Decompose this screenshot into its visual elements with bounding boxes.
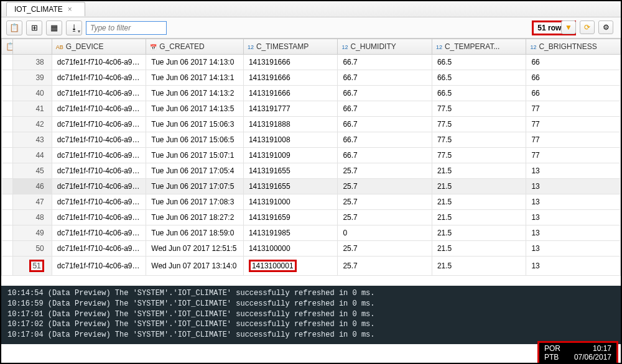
cell[interactable]: 21.5 (432, 257, 526, 276)
cell[interactable]: 66.5 (432, 70, 526, 86)
cell[interactable]: 21.5 (432, 194, 526, 210)
row-number[interactable]: 42 (13, 117, 52, 132)
row-number[interactable]: 49 (13, 225, 52, 241)
cell[interactable]: 66.7 (338, 101, 432, 117)
cell[interactable]: 1413191009 (243, 148, 338, 163)
table-row[interactable]: 51dc71fe1f-f710-4c06-a9f3-Wed Jun 07 201… (2, 257, 621, 276)
cell[interactable]: 66 (526, 55, 621, 70)
cell[interactable]: 13 (526, 225, 621, 241)
cell[interactable]: 13 (526, 163, 621, 179)
cell[interactable]: Tue Jun 06 2017 15:07:1 (146, 148, 244, 163)
cell[interactable]: 13 (526, 257, 621, 276)
cell[interactable] (2, 210, 13, 225)
row-number[interactable]: 47 (13, 194, 52, 210)
cell[interactable]: dc71fe1f-f710-4c06-a9f3- (52, 101, 146, 117)
col-c-temperature[interactable]: 12C_TEMPERAT... (432, 39, 526, 55)
cell[interactable]: 77.5 (432, 117, 526, 132)
table-row[interactable]: 38dc71fe1f-f710-4c06-a9f3-Tue Jun 06 201… (2, 55, 621, 70)
cell[interactable]: 13 (526, 241, 621, 257)
cell[interactable]: Tue Jun 06 2017 17:07:5 (146, 179, 244, 194)
cell[interactable]: Tue Jun 06 2017 14:13:0 (146, 55, 244, 70)
cell[interactable]: 1413191666 (243, 70, 338, 86)
table-row[interactable]: 50dc71fe1f-f710-4c06-a9f3-Wed Jun 07 201… (2, 241, 621, 257)
close-icon[interactable]: × (68, 5, 72, 14)
cell[interactable]: 77 (526, 148, 621, 163)
cell[interactable]: 25.7 (338, 194, 432, 210)
cell[interactable]: dc71fe1f-f710-4c06-a9f3- (52, 194, 146, 210)
cell[interactable]: 25.7 (338, 179, 432, 194)
cell[interactable]: Tue Jun 06 2017 15:06:3 (146, 117, 244, 132)
row-number[interactable]: 45 (13, 163, 52, 179)
cell[interactable]: 77.5 (432, 132, 526, 148)
table-row[interactable]: 40dc71fe1f-f710-4c06-a9f3-Tue Jun 06 201… (2, 86, 621, 101)
cell[interactable] (2, 257, 13, 276)
table-row[interactable]: 47dc71fe1f-f710-4c06-a9f3-Tue Jun 06 201… (2, 194, 621, 210)
cell[interactable] (2, 117, 13, 132)
cell[interactable]: 66 (526, 86, 621, 101)
cell[interactable] (2, 132, 13, 148)
table-row[interactable]: 42dc71fe1f-f710-4c06-a9f3-Tue Jun 06 201… (2, 117, 621, 132)
cell[interactable]: Tue Jun 06 2017 17:05:4 (146, 163, 244, 179)
cell[interactable] (2, 70, 13, 86)
cell[interactable]: 25.7 (338, 210, 432, 225)
cell[interactable]: 1413191888 (243, 117, 338, 132)
cell[interactable]: Tue Jun 06 2017 14:13:1 (146, 70, 244, 86)
cell[interactable] (2, 241, 13, 257)
cell[interactable]: dc71fe1f-f710-4c06-a9f3- (52, 132, 146, 148)
table-row[interactable]: 48dc71fe1f-f710-4c06-a9f3-Tue Jun 06 201… (2, 210, 621, 225)
row-number[interactable]: 39 (13, 70, 52, 86)
cell[interactable]: Tue Jun 06 2017 14:13:2 (146, 86, 244, 101)
cell[interactable]: 13 (526, 179, 621, 194)
cell[interactable]: 77 (526, 101, 621, 117)
cell[interactable]: 77 (526, 117, 621, 132)
row-number[interactable]: 50 (13, 241, 52, 257)
row-number[interactable]: 46 (13, 179, 52, 194)
cell[interactable]: 66.5 (432, 86, 526, 101)
table-row[interactable]: 44dc71fe1f-f710-4c06-a9f3-Tue Jun 06 201… (2, 148, 621, 163)
cell[interactable]: 25.7 (338, 163, 432, 179)
row-number[interactable]: 43 (13, 132, 52, 148)
cell[interactable]: dc71fe1f-f710-4c06-a9f3- (52, 225, 146, 241)
row-number[interactable]: 40 (13, 86, 52, 101)
table-row[interactable]: 46dc71fe1f-f710-4c06-a9f3-Tue Jun 06 201… (2, 179, 621, 194)
cell[interactable]: 1413191666 (243, 86, 338, 101)
cell[interactable]: 25.7 (338, 241, 432, 257)
cell[interactable]: 66.7 (338, 86, 432, 101)
cell[interactable]: 66.7 (338, 132, 432, 148)
cell[interactable]: Wed Jun 07 2017 13:14:0 (146, 257, 244, 276)
refresh-icon[interactable]: ⟳ (580, 20, 595, 34)
cell[interactable] (2, 101, 13, 117)
cell[interactable]: 1413191659 (243, 210, 338, 225)
cell[interactable]: 66.5 (432, 55, 526, 70)
settings-icon[interactable]: ⚙ (598, 20, 613, 34)
cell[interactable]: dc71fe1f-f710-4c06-a9f3- (52, 70, 146, 86)
cell[interactable]: 77 (526, 132, 621, 148)
cell[interactable]: 21.5 (432, 210, 526, 225)
cell[interactable]: 1413191777 (243, 101, 338, 117)
cell[interactable]: dc71fe1f-f710-4c06-a9f3- (52, 163, 146, 179)
row-number[interactable]: 38 (13, 55, 52, 70)
cell[interactable]: 66.7 (338, 55, 432, 70)
cell[interactable]: 1413191666 (243, 55, 338, 70)
cell[interactable]: dc71fe1f-f710-4c06-a9f3- (52, 148, 146, 163)
cell[interactable]: 1413191655 (243, 179, 338, 194)
cell[interactable] (2, 55, 13, 70)
cell[interactable]: 21.5 (432, 241, 526, 257)
cell[interactable]: dc71fe1f-f710-4c06-a9f3- (52, 257, 146, 276)
row-number[interactable]: 48 (13, 210, 52, 225)
cell[interactable]: dc71fe1f-f710-4c06-a9f3- (52, 179, 146, 194)
cell[interactable]: Tue Jun 06 2017 14:13:5 (146, 101, 244, 117)
cell[interactable] (2, 179, 13, 194)
cell[interactable]: Tue Jun 06 2017 18:27:2 (146, 210, 244, 225)
cell[interactable]: 66.7 (338, 117, 432, 132)
table-row[interactable]: 45dc71fe1f-f710-4c06-a9f3-Tue Jun 06 201… (2, 163, 621, 179)
cell[interactable] (2, 225, 13, 241)
table-icon[interactable]: ⊞ (26, 20, 42, 35)
cell[interactable] (2, 163, 13, 179)
cell[interactable]: 1413191985 (243, 225, 338, 241)
col-c-humidity[interactable]: 12C_HUMIDITY (338, 39, 432, 55)
download-icon[interactable]: ⭳ (66, 20, 82, 35)
cell[interactable]: 66.7 (338, 148, 432, 163)
table-row[interactable]: 43dc71fe1f-f710-4c06-a9f3-Tue Jun 06 201… (2, 132, 621, 148)
cell[interactable]: Tue Jun 06 2017 17:08:3 (146, 194, 244, 210)
